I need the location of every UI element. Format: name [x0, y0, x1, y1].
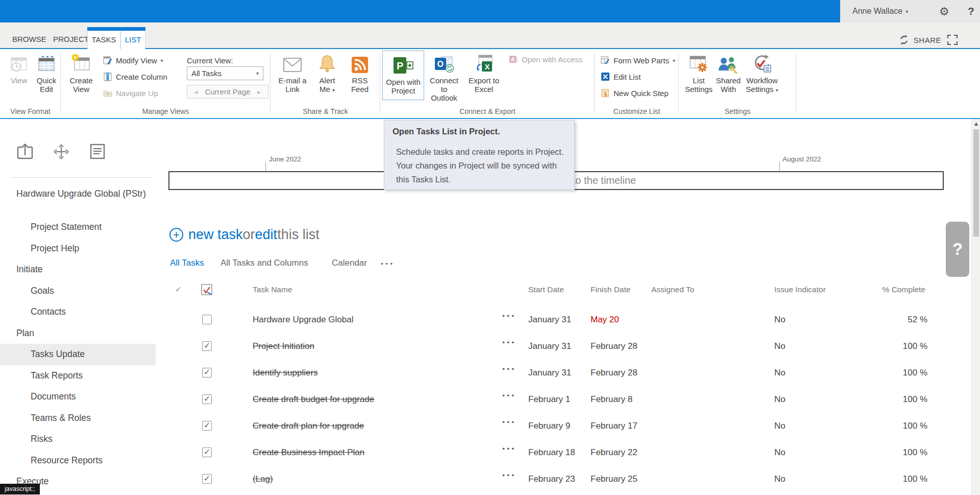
- row-menu-ellipsis[interactable]: •••: [502, 313, 516, 320]
- more-views-ellipsis[interactable]: •••: [380, 261, 394, 268]
- form-web-parts-button[interactable]: Form Web Parts ▾: [601, 54, 675, 66]
- view-link-all-tasks-and-columns[interactable]: All Tasks and Columns: [220, 258, 308, 268]
- chevron-down-icon: ▾: [256, 70, 259, 76]
- task-checkbox[interactable]: [202, 368, 212, 378]
- edit-list-link[interactable]: edit: [255, 227, 278, 243]
- sidebar-item-teams-roles[interactable]: Teams & Roles: [0, 408, 156, 429]
- row-menu-ellipsis[interactable]: •••: [502, 339, 516, 346]
- share-button[interactable]: SHARE: [898, 34, 941, 45]
- open-with-project-button[interactable]: P Open withProject: [382, 51, 424, 100]
- task-name[interactable]: Project Initiation: [253, 341, 314, 351]
- task-checkbox[interactable]: [202, 474, 212, 484]
- task-checkbox[interactable]: [202, 315, 212, 324]
- task-checkbox[interactable]: [202, 447, 212, 457]
- row-menu-ellipsis[interactable]: •••: [502, 445, 516, 453]
- settings-gear-button[interactable]: ⚙: [939, 0, 949, 22]
- tab-list-active[interactable]: LIST: [120, 31, 145, 50]
- header-percent-complete[interactable]: % Complete: [863, 285, 925, 294]
- help-panel-button[interactable]: ?: [946, 222, 969, 277]
- select-all-checkmark-icon[interactable]: ✓: [175, 285, 182, 294]
- view-link-calendar[interactable]: Calendar: [332, 258, 367, 268]
- svg-text:P: P: [397, 60, 403, 72]
- tab-tasks[interactable]: TASKS: [87, 31, 120, 50]
- task-name[interactable]: Create Business Impact Plan: [253, 447, 364, 458]
- export-to-excel-button[interactable]: X Export toExcel: [467, 51, 501, 93]
- current-view-dropdown[interactable]: All Tasks ▾: [187, 66, 263, 80]
- start-date-cell: February 1: [528, 394, 570, 405]
- task-name[interactable]: Create draft budget for upgrade: [253, 394, 374, 405]
- scroll-up-arrow[interactable]: ▲: [972, 121, 980, 126]
- help-button[interactable]: ?: [968, 0, 974, 22]
- view-link-all-tasks[interactable]: All Tasks: [170, 258, 204, 268]
- task-checkbox[interactable]: [202, 394, 212, 404]
- chevron-down-icon: ▾: [161, 58, 163, 63]
- tab-browse[interactable]: BROWSE: [12, 31, 46, 49]
- modify-view-button[interactable]: Modify View ▾: [103, 54, 163, 66]
- ribbon-group-settings: ListSettings SharedWith: [679, 49, 796, 118]
- task-checkbox[interactable]: [202, 341, 212, 351]
- vertical-scrollbar[interactable]: ▲: [971, 119, 980, 495]
- sidebar-item-hardware-upgrade-global[interactable]: Hardware Upgrade Global (PStr): [0, 184, 148, 217]
- issue-indicator-cell: No: [774, 315, 786, 325]
- ribbon-tab-row: BROWSE PROJECT TASKS LIST SHARE: [0, 22, 980, 49]
- row-menu-ellipsis[interactable]: •••: [502, 392, 516, 399]
- sidebar-item-project-help[interactable]: Project Help: [0, 238, 156, 260]
- sidebar-item-tasks-update[interactable]: Tasks Update: [0, 344, 156, 365]
- row-menu-ellipsis[interactable]: •••: [502, 419, 516, 426]
- task-name[interactable]: Create draft plan for upgrade: [253, 421, 364, 431]
- alert-me-button[interactable]: AlertMe ▾: [310, 51, 344, 95]
- create-column-button[interactable]: Create Column: [103, 70, 167, 83]
- finish-date-cell: February 28: [591, 368, 638, 378]
- previous-page-icon[interactable]: ◂: [194, 88, 198, 96]
- new-task-link[interactable]: new task: [188, 227, 243, 243]
- sidebar-item-documents[interactable]: Documents: [0, 386, 156, 408]
- pan-move-button[interactable]: [52, 142, 71, 162]
- svg-text:O: O: [437, 60, 444, 68]
- task-checkbox[interactable]: [202, 421, 212, 431]
- task-name[interactable]: Identify suppliers: [253, 368, 318, 378]
- shared-with-button[interactable]: SharedWith: [712, 51, 745, 93]
- sidebar-item-project-statement[interactable]: Project Statement: [0, 217, 156, 238]
- row-menu-ellipsis[interactable]: •••: [502, 366, 516, 373]
- list-settings-button[interactable]: ListSettings: [682, 51, 716, 93]
- user-menu[interactable]: Anne Wallace ▾: [852, 0, 908, 22]
- header-issue-indicator[interactable]: Issue Indicator: [774, 285, 826, 294]
- edit-list-button[interactable]: Edit List: [601, 70, 641, 83]
- suite-bar-brand-area: [0, 0, 840, 22]
- sidebar-item-contacts[interactable]: Contacts: [0, 301, 156, 323]
- header-start-date[interactable]: Start Date: [528, 285, 564, 294]
- new-quick-step-button[interactable]: New Quick Step: [601, 87, 669, 99]
- row-menu-ellipsis[interactable]: •••: [502, 472, 516, 479]
- sidebar-item-initiate[interactable]: Initiate: [0, 259, 156, 280]
- sidebar-item-task-reports[interactable]: Task Reports: [0, 365, 156, 387]
- create-view-button[interactable]: CreateView: [64, 51, 98, 93]
- new-task-plus-icon[interactable]: +: [169, 228, 183, 242]
- connect-to-outlook-button[interactable]: O Connect toOutlook: [427, 51, 461, 102]
- page-navigator[interactable]: ◂ Current Page ▸: [187, 85, 268, 99]
- header-task-name[interactable]: Task Name: [253, 285, 292, 294]
- sidebar-item-goals[interactable]: Goals: [0, 280, 156, 302]
- header-finish-date[interactable]: Finish Date: [591, 285, 630, 294]
- task-name[interactable]: (Lag): [253, 474, 273, 484]
- completed-column-header-icon[interactable]: [201, 284, 213, 296]
- rss-feed-button[interactable]: RSSFeed: [343, 51, 377, 93]
- next-page-icon[interactable]: ▸: [258, 88, 261, 96]
- scrollbar-thumb[interactable]: [973, 129, 979, 237]
- tab-project[interactable]: PROJECT: [53, 31, 89, 49]
- sidebar-item-risks[interactable]: Risks: [0, 429, 156, 450]
- sidebar-item-plan[interactable]: Plan: [0, 323, 156, 344]
- navigate-up-button[interactable]: Navigate Up: [103, 87, 158, 99]
- table-row: Create draft budget for upgrade ••• Febr…: [168, 388, 883, 415]
- sidebar-item-resource-reports[interactable]: Resource Reports: [0, 450, 156, 472]
- header-assigned-to[interactable]: Assigned To: [651, 285, 694, 294]
- open-with-access-button[interactable]: A Open with Access: [509, 53, 582, 65]
- focus-on-content-button[interactable]: [946, 34, 959, 46]
- workflow-settings-button[interactable]: WorkflowSettings ▾: [743, 51, 781, 95]
- quick-edit-button[interactable]: QuickEdit: [30, 51, 63, 93]
- finish-date-cell: February 28: [591, 341, 638, 351]
- promote-up-button[interactable]: [15, 142, 35, 162]
- finish-date-cell: February 8: [591, 394, 632, 405]
- document-outline-button[interactable]: [88, 142, 107, 162]
- task-name[interactable]: Hardware Upgrade Global: [253, 315, 354, 325]
- email-link-button[interactable]: E-mail aLink: [276, 51, 309, 93]
